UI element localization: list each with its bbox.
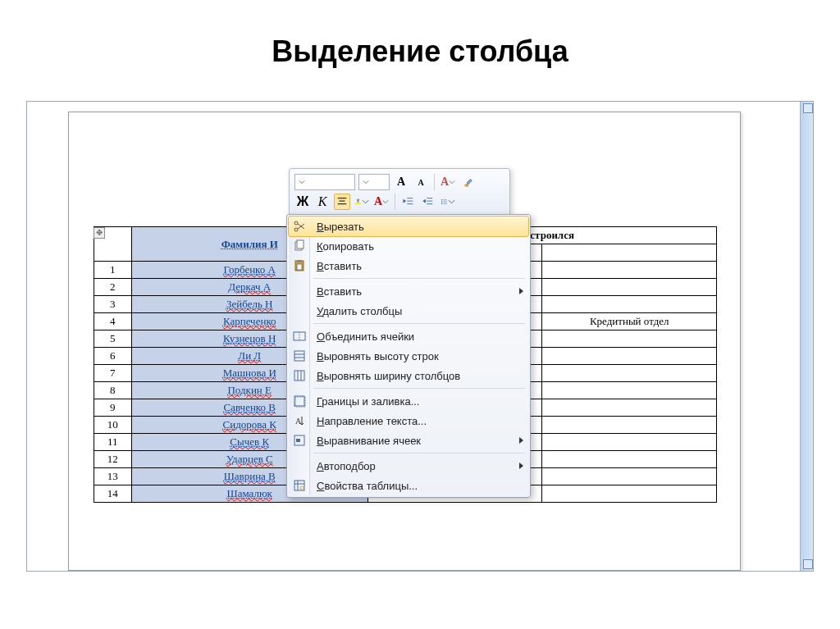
highlight-button[interactable] bbox=[354, 194, 370, 210]
cell-number[interactable]: 2 bbox=[94, 279, 132, 296]
menu-item-insert[interactable]: Вставить bbox=[289, 281, 528, 301]
cell-number[interactable]: 8 bbox=[94, 382, 132, 399]
cell-number[interactable]: 1 bbox=[94, 262, 132, 279]
cell-department[interactable] bbox=[542, 468, 717, 485]
chevron-down-icon bbox=[362, 196, 369, 207]
menu-item-label: Объединить ячейки bbox=[317, 330, 414, 343]
menu-item-props[interactable]: Свойства таблицы... bbox=[289, 476, 528, 495]
brush-icon bbox=[462, 176, 473, 188]
align-center-button[interactable] bbox=[334, 194, 350, 210]
slide-title: Выделение столбца bbox=[0, 0, 840, 87]
svg-rect-7 bbox=[297, 240, 304, 248]
cell-number[interactable]: 13 bbox=[94, 468, 132, 485]
cell-department[interactable] bbox=[542, 348, 717, 365]
menu-separator bbox=[313, 323, 525, 324]
cell-number[interactable]: 6 bbox=[94, 348, 132, 365]
cell-department[interactable] bbox=[542, 417, 717, 434]
menu-item-autofit[interactable]: Автоподбор bbox=[289, 456, 528, 476]
font-family-select[interactable] bbox=[294, 174, 355, 190]
cell-department[interactable]: Кредитный отдел bbox=[542, 313, 717, 330]
menu-item-delCols[interactable]: Удалить столбцы bbox=[289, 301, 528, 321]
menu-item-align[interactable]: Выравнивание ячеек bbox=[289, 431, 528, 450]
col-header-department[interactable] bbox=[542, 244, 717, 262]
distrows-icon bbox=[293, 349, 306, 362]
distcols-icon bbox=[293, 369, 306, 382]
chevron-down-icon bbox=[299, 179, 305, 185]
menu-item-cut[interactable]: Вырезать bbox=[288, 216, 529, 237]
menu-item-label: Копировать bbox=[317, 240, 374, 253]
cell-number[interactable]: 9 bbox=[94, 399, 132, 417]
indent-right-icon bbox=[422, 196, 434, 207]
menu-item-label: Автоподбор bbox=[317, 460, 376, 472]
menu-item-borders[interactable]: Границы и заливка... bbox=[289, 391, 528, 411]
submenu-arrow-icon bbox=[519, 288, 523, 294]
cell-department[interactable] bbox=[542, 399, 717, 417]
cell-department[interactable] bbox=[542, 330, 717, 348]
align-icon bbox=[293, 434, 306, 447]
font-size-select[interactable] bbox=[358, 174, 390, 190]
cell-department[interactable] bbox=[542, 279, 717, 296]
menu-item-paste[interactable]: Вставить bbox=[289, 256, 528, 276]
svg-point-3 bbox=[441, 203, 442, 204]
cell-number[interactable]: 14 bbox=[94, 485, 132, 503]
bullets-button[interactable] bbox=[440, 194, 456, 210]
italic-button[interactable]: К bbox=[314, 194, 331, 210]
cell-department[interactable] bbox=[542, 485, 717, 503]
decrease-indent-button[interactable] bbox=[400, 194, 417, 210]
list-icon bbox=[441, 196, 448, 207]
cell-number[interactable]: 5 bbox=[94, 330, 132, 348]
menu-item-label: Вставить bbox=[317, 260, 362, 272]
increase-indent-button[interactable] bbox=[420, 194, 436, 210]
styles-button[interactable]: A bbox=[440, 174, 456, 190]
font-color-button[interactable]: A bbox=[373, 194, 390, 210]
word-window: Трудоустройство выпускников 2007 ✥ Фамил… bbox=[26, 101, 814, 572]
mini-toolbar: A A A Ж К A bbox=[289, 168, 510, 216]
chevron-down-icon bbox=[382, 196, 389, 207]
cell-number[interactable]: 3 bbox=[94, 296, 132, 313]
chevron-down-icon bbox=[363, 179, 369, 185]
menu-item-distCols[interactable]: Выровнять ширину столбцов bbox=[289, 366, 528, 385]
menu-item-label: Выровнять высоту строк bbox=[317, 350, 439, 362]
svg-point-1 bbox=[441, 199, 442, 200]
svg-rect-12 bbox=[294, 351, 304, 361]
svg-rect-18 bbox=[296, 439, 300, 442]
grow-font-button[interactable]: A bbox=[393, 174, 409, 190]
indent-left-icon bbox=[403, 196, 414, 207]
chevron-down-icon bbox=[448, 196, 455, 207]
cell-department[interactable] bbox=[542, 434, 717, 451]
cell-department[interactable] bbox=[542, 451, 717, 468]
menu-item-label: Границы и заливка... bbox=[317, 395, 419, 408]
svg-point-4 bbox=[294, 228, 298, 231]
svg-rect-9 bbox=[297, 260, 302, 262]
menu-item-distRows[interactable]: Выровнять высоту строк bbox=[289, 346, 528, 366]
cell-number[interactable]: 4 bbox=[94, 313, 132, 330]
textdir-icon: А bbox=[293, 414, 306, 427]
cell-number[interactable]: 7 bbox=[94, 365, 132, 382]
vertical-scrollbar[interactable] bbox=[800, 102, 813, 571]
menu-separator bbox=[313, 453, 525, 454]
cell-department[interactable] bbox=[542, 296, 717, 313]
menu-item-copy[interactable]: Копировать bbox=[289, 236, 528, 256]
menu-item-merge[interactable]: Объединить ячейки bbox=[289, 326, 528, 346]
menu-item-label: Вырезать bbox=[317, 221, 364, 233]
shrink-font-button[interactable]: A bbox=[413, 174, 429, 190]
context-menu: ВырезатьКопироватьВставитьВставитьУдалит… bbox=[286, 214, 531, 498]
cell-number[interactable]: 11 bbox=[94, 434, 132, 451]
svg-rect-13 bbox=[294, 371, 304, 381]
cell-department[interactable] bbox=[542, 365, 717, 382]
bold-button[interactable]: Ж bbox=[294, 194, 311, 210]
chevron-down-icon bbox=[449, 176, 455, 188]
svg-point-5 bbox=[294, 221, 298, 225]
cell-number[interactable]: 10 bbox=[94, 417, 132, 434]
svg-rect-15 bbox=[295, 397, 305, 407]
cell-department[interactable] bbox=[542, 262, 717, 279]
cell-department[interactable] bbox=[542, 382, 717, 399]
svg-rect-14 bbox=[294, 396, 304, 406]
menu-separator bbox=[313, 278, 525, 279]
format-painter-button[interactable] bbox=[459, 174, 476, 190]
table-move-handle-icon[interactable]: ✥ bbox=[94, 227, 105, 239]
svg-rect-10 bbox=[297, 264, 302, 270]
cell-number[interactable]: 12 bbox=[94, 451, 132, 468]
menu-item-label: Свойства таблицы... bbox=[317, 480, 418, 492]
menu-item-textDir[interactable]: АНаправление текста... bbox=[289, 411, 528, 431]
